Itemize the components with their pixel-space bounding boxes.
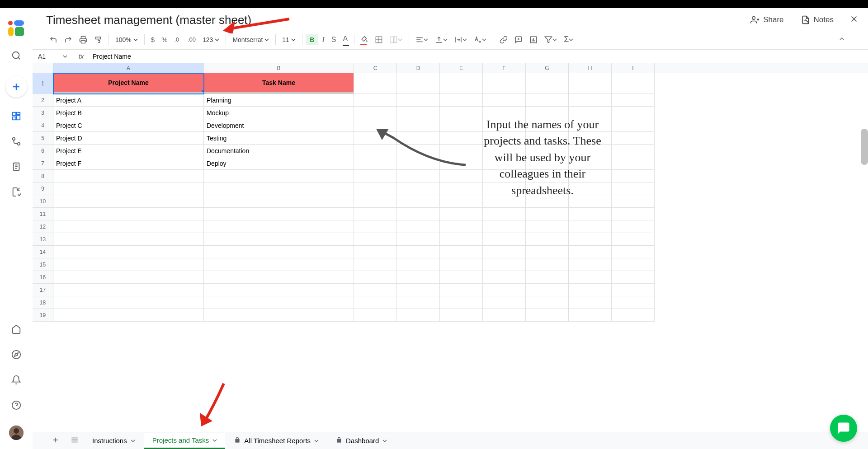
cell[interactable] bbox=[354, 271, 397, 284]
cell[interactable] bbox=[526, 309, 569, 322]
cell[interactable] bbox=[612, 170, 655, 182]
cell[interactable] bbox=[569, 94, 612, 107]
italic-button[interactable]: I bbox=[319, 33, 327, 46]
select-all-corner[interactable] bbox=[33, 63, 53, 73]
cell[interactable] bbox=[354, 233, 397, 246]
cell[interactable] bbox=[440, 195, 483, 208]
cell[interactable]: Project A bbox=[53, 94, 204, 107]
cell[interactable] bbox=[397, 182, 440, 195]
column-header[interactable]: C bbox=[354, 63, 397, 73]
cell[interactable] bbox=[397, 220, 440, 233]
cell[interactable] bbox=[440, 119, 483, 132]
cell[interactable] bbox=[354, 170, 397, 182]
cell[interactable] bbox=[440, 182, 483, 195]
cell[interactable] bbox=[440, 258, 483, 271]
cell[interactable] bbox=[204, 284, 354, 296]
cell[interactable] bbox=[204, 195, 354, 208]
cell[interactable] bbox=[569, 271, 612, 284]
row-header[interactable]: 7 bbox=[33, 157, 53, 170]
cell[interactable] bbox=[397, 145, 440, 157]
notes-button[interactable]: Notes bbox=[795, 13, 840, 27]
cell[interactable] bbox=[612, 284, 655, 296]
font-selector[interactable]: Montserrat bbox=[229, 34, 272, 46]
cell[interactable] bbox=[440, 145, 483, 157]
row-header[interactable]: 16 bbox=[33, 271, 53, 284]
sheet-tab[interactable]: Projects and Tasks bbox=[144, 433, 226, 449]
column-header[interactable]: E bbox=[440, 63, 483, 73]
cell[interactable] bbox=[397, 258, 440, 271]
cell[interactable] bbox=[569, 246, 612, 258]
cell[interactable] bbox=[204, 182, 354, 195]
cell[interactable] bbox=[612, 296, 655, 309]
cell[interactable] bbox=[612, 208, 655, 220]
row-header[interactable]: 4 bbox=[33, 119, 53, 132]
wrap-text-button[interactable] bbox=[451, 33, 470, 46]
sheet-tab[interactable]: Instructions bbox=[84, 433, 143, 449]
cell[interactable] bbox=[483, 233, 526, 246]
grid-icon[interactable] bbox=[11, 111, 21, 121]
cell[interactable] bbox=[397, 107, 440, 119]
cell[interactable] bbox=[569, 258, 612, 271]
cell[interactable] bbox=[526, 258, 569, 271]
cell[interactable] bbox=[612, 309, 655, 322]
cell[interactable] bbox=[569, 296, 612, 309]
chart-button[interactable] bbox=[526, 33, 541, 46]
cell[interactable] bbox=[440, 233, 483, 246]
cell[interactable]: Project C bbox=[53, 119, 204, 132]
row-header[interactable]: 5 bbox=[33, 132, 53, 145]
comment-button[interactable] bbox=[511, 33, 526, 46]
cell[interactable] bbox=[53, 246, 204, 258]
text-rotation-button[interactable] bbox=[471, 33, 490, 46]
column-header[interactable]: F bbox=[483, 63, 526, 73]
row-header[interactable]: 2 bbox=[33, 94, 53, 107]
cell[interactable] bbox=[354, 145, 397, 157]
cell[interactable]: Project B bbox=[53, 107, 204, 119]
cell[interactable] bbox=[440, 246, 483, 258]
user-avatar[interactable] bbox=[9, 426, 24, 440]
cell[interactable] bbox=[612, 258, 655, 271]
print-button[interactable] bbox=[76, 33, 90, 46]
cell[interactable] bbox=[440, 208, 483, 220]
cell[interactable] bbox=[440, 132, 483, 145]
row-header[interactable]: 10 bbox=[33, 195, 53, 208]
row-header[interactable]: 12 bbox=[33, 220, 53, 233]
filter-button[interactable] bbox=[541, 33, 560, 46]
cell[interactable] bbox=[397, 94, 440, 107]
cell[interactable] bbox=[53, 182, 204, 195]
cell[interactable]: Project F bbox=[53, 157, 204, 170]
cell[interactable] bbox=[354, 94, 397, 107]
cell[interactable]: Task Name bbox=[204, 73, 354, 94]
cell[interactable] bbox=[483, 271, 526, 284]
cell[interactable] bbox=[397, 296, 440, 309]
cell[interactable] bbox=[354, 309, 397, 322]
cell[interactable] bbox=[397, 233, 440, 246]
cell[interactable] bbox=[612, 119, 655, 132]
cell[interactable] bbox=[612, 271, 655, 284]
increase-decimal-button[interactable]: .00 bbox=[184, 34, 199, 45]
cell[interactable] bbox=[354, 182, 397, 195]
add-button[interactable] bbox=[5, 76, 27, 98]
cell[interactable] bbox=[483, 284, 526, 296]
cell[interactable] bbox=[354, 220, 397, 233]
cell[interactable] bbox=[53, 233, 204, 246]
row-header[interactable]: 9 bbox=[33, 182, 53, 195]
home-icon[interactable] bbox=[11, 324, 21, 334]
search-icon[interactable] bbox=[11, 51, 21, 61]
cell[interactable] bbox=[204, 208, 354, 220]
row-header[interactable]: 14 bbox=[33, 246, 53, 258]
column-header[interactable]: B bbox=[204, 63, 354, 73]
cell[interactable] bbox=[53, 208, 204, 220]
cell[interactable] bbox=[612, 195, 655, 208]
cell[interactable] bbox=[397, 284, 440, 296]
all-sheets-button[interactable] bbox=[66, 432, 83, 449]
bell-icon[interactable] bbox=[11, 375, 21, 385]
redo-button[interactable] bbox=[61, 33, 75, 46]
cell[interactable] bbox=[397, 132, 440, 145]
strikethrough-button[interactable]: S bbox=[328, 33, 340, 46]
cell[interactable] bbox=[483, 208, 526, 220]
link-button[interactable] bbox=[496, 33, 511, 46]
cell[interactable] bbox=[612, 132, 655, 145]
cell-reference[interactable]: A1 bbox=[33, 50, 73, 63]
cell[interactable] bbox=[526, 94, 569, 107]
cell[interactable] bbox=[53, 271, 204, 284]
